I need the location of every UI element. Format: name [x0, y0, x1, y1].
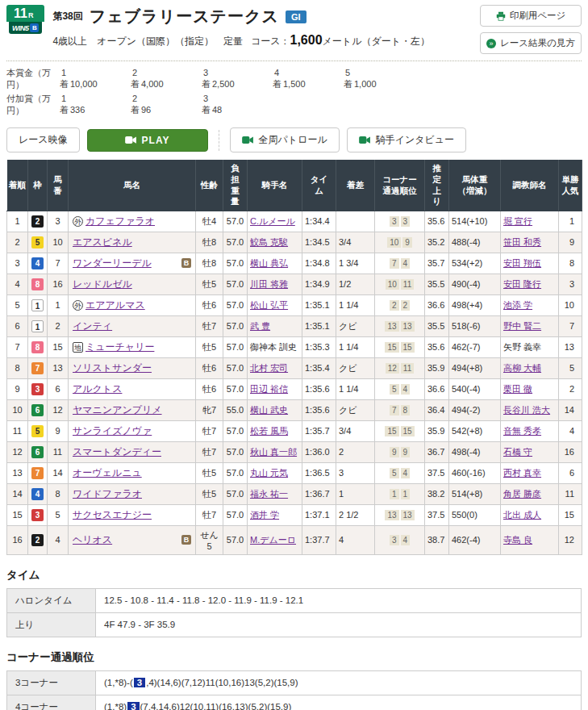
horse-link[interactable]: スマートダンディー	[73, 445, 161, 459]
trainer-link[interactable]: 長谷川 浩大	[503, 405, 550, 415]
jockey-link[interactable]: 秋山 真一郎	[250, 447, 297, 457]
sex-age-cell: 牡8	[196, 232, 223, 253]
help-icon: »	[486, 39, 496, 48]
time-cell: 1:34.9	[302, 274, 336, 294]
jockey-cell: 福永 祐一	[248, 483, 302, 504]
prize-amount: 2,500	[212, 79, 235, 89]
trainer-cell: 安田 翔伍	[501, 253, 559, 274]
jockey-link[interactable]: 松山 弘平	[250, 300, 288, 310]
horse-link[interactable]: ソリストサンダー	[73, 361, 152, 375]
horse-link[interactable]: レッドルゼル	[73, 278, 132, 291]
column-header: 推 定 上 り	[425, 160, 449, 211]
horse-number-cell: 12	[48, 399, 69, 420]
prize-value: 着4,000	[131, 78, 202, 90]
horse-link[interactable]: サンライズノヴァ	[73, 424, 152, 438]
horse-name-cell: ワンダーリーデルB	[69, 253, 196, 274]
frame-cell: 2	[28, 525, 48, 554]
sex-age-cell: 牡6	[196, 357, 223, 378]
trainer-link[interactable]: 北出 成人	[503, 510, 541, 520]
sex-age-cell: 牡5	[196, 462, 223, 483]
horse-link[interactable]: ヤマニンアンプリメ	[73, 403, 162, 417]
play-button[interactable]: PLAY	[87, 129, 208, 152]
horse-link[interactable]: ワイドファラオ	[73, 487, 142, 501]
jockey-link[interactable]: 酒井 学	[250, 510, 279, 520]
race-video-button[interactable]: レース映像	[6, 127, 80, 152]
prize-rank: 4	[273, 67, 344, 78]
jockey-interview-button[interactable]: 騎手インタビュー	[347, 127, 466, 152]
horse-link[interactable]: エアアルマス	[85, 299, 145, 312]
trainer-link[interactable]: 西村 真幸	[503, 468, 541, 478]
horse-name-wrap: ソリストサンダー	[73, 361, 191, 375]
trainer-link[interactable]: 堀 宣行	[503, 216, 532, 226]
added-prize-label: 付加賞（万円）	[6, 93, 60, 117]
patrol-video-button[interactable]: 全周パトロール	[230, 127, 340, 152]
page-title: フェブラリーステークス	[90, 6, 279, 27]
result-row: 12611スマートダンディー牡757.0秋山 真一郎1:36.029936.74…	[7, 441, 582, 462]
course-distance: 1,600	[290, 33, 323, 47]
jockey-cell: 横山 武史	[248, 399, 302, 420]
corner-position-box: 13	[385, 321, 398, 332]
horse-link[interactable]: カフェファラオ	[85, 215, 155, 228]
jockey-link[interactable]: C.ルメール	[250, 216, 295, 226]
jockey-link[interactable]: M.デムーロ	[250, 535, 296, 545]
results-table: 着順枠馬 番馬名性齢負 担 重 量騎手名タイ ム着差コーナー 通過順位推 定 上…	[6, 160, 582, 555]
trainer-link[interactable]: 音無 秀孝	[503, 426, 541, 436]
horse-link[interactable]: サクセスエナジー	[73, 508, 152, 522]
horse-name-wrap: サクセスエナジー	[73, 508, 191, 522]
jockey-link[interactable]: 田辺 裕信	[250, 384, 288, 394]
body-weight-cell: 462(-7)	[449, 336, 501, 357]
trainer-cell: 栗田 徹	[501, 378, 559, 399]
trainer-link[interactable]: 石橋 守	[503, 447, 532, 457]
horse-link[interactable]: オーヴェルニュ	[73, 466, 142, 480]
horse-name-wrap: 外エアアルマス	[73, 299, 191, 312]
jockey-link[interactable]: 松若 風馬	[250, 426, 288, 436]
result-row: 10612ヤマニンアンプリメ牝755.0横山 武史1:35.6クビ7836.44…	[7, 399, 582, 420]
trainer-link[interactable]: 安田 隆行	[503, 279, 541, 289]
trainer-link[interactable]: 寺島 良	[503, 535, 532, 545]
local-horse-mark: 地	[73, 342, 83, 353]
camera-icon	[242, 136, 254, 144]
horse-link[interactable]: ワンダーリーデル	[73, 257, 152, 270]
corner-position-box: 3	[390, 535, 399, 545]
jockey-link[interactable]: 川田 将雅	[250, 279, 288, 289]
jockey-link[interactable]: 横山 典弘	[250, 258, 288, 268]
jockey-link[interactable]: 横山 武史	[250, 405, 288, 415]
horse-link[interactable]: アルクトス	[73, 382, 122, 396]
horse-name-wrap: 外カフェファラオ	[73, 215, 191, 228]
corner-position-box: 15	[401, 426, 415, 436]
trainer-link[interactable]: 栗田 徹	[503, 384, 532, 394]
horse-name-wrap: インティ	[73, 320, 191, 333]
trainer-link[interactable]: 笹田 和秀	[503, 237, 541, 247]
trainer-link[interactable]: 野中 賢二	[503, 321, 541, 331]
trainer-link[interactable]: 安田 翔伍	[503, 258, 541, 268]
horse-link[interactable]: ヘリオス	[73, 533, 112, 547]
jockey-link[interactable]: 丸山 元気	[250, 468, 288, 478]
frame-badge: 2	[31, 215, 44, 228]
popularity-cell: 10	[559, 294, 582, 315]
trainer-link[interactable]: 池添 学	[503, 300, 532, 310]
horse-link[interactable]: エアスピネル	[73, 236, 132, 249]
horse-name-cell: サクセスエナジー	[69, 504, 196, 525]
corner-position-box: 9	[402, 237, 412, 248]
prize-value: 着2,500	[202, 78, 273, 90]
trainer-link[interactable]: 角居 勝彦	[503, 489, 541, 499]
jockey-link[interactable]: 鮫島 克駿	[250, 237, 288, 247]
jockey-link[interactable]: 武 豊	[250, 321, 270, 331]
time-label: ハロンタイム	[7, 588, 96, 612]
horse-link[interactable]: ミューチャリー	[85, 340, 154, 354]
race-badges: 11R WIN5B	[6, 5, 44, 34]
jockey-link[interactable]: 北村 宏司	[250, 363, 288, 373]
horse-link[interactable]: インティ	[73, 320, 112, 333]
prize-value: 着48	[202, 104, 273, 115]
time-row: 上り4F 47.9 - 3F 35.9	[7, 612, 582, 637]
trainer-cell: 長谷川 浩大	[501, 399, 559, 420]
trainer-link[interactable]: 高柳 大輔	[503, 363, 541, 373]
jockey-link[interactable]: 福永 祐一	[250, 489, 288, 499]
print-page-button[interactable]: 印刷用ページ	[480, 5, 582, 27]
horse-name-wrap: サンライズノヴァ	[73, 424, 191, 438]
margin-cell: 2	[336, 441, 375, 462]
popularity-cell: 1	[559, 211, 582, 232]
margin-cell: 3/4	[336, 232, 375, 253]
results-guide-button[interactable]: » レース結果の見方	[480, 32, 582, 54]
time-row: ハロンタイム12.5 - 10.8 - 11.4 - 11.8 - 12.0 -…	[7, 588, 582, 612]
